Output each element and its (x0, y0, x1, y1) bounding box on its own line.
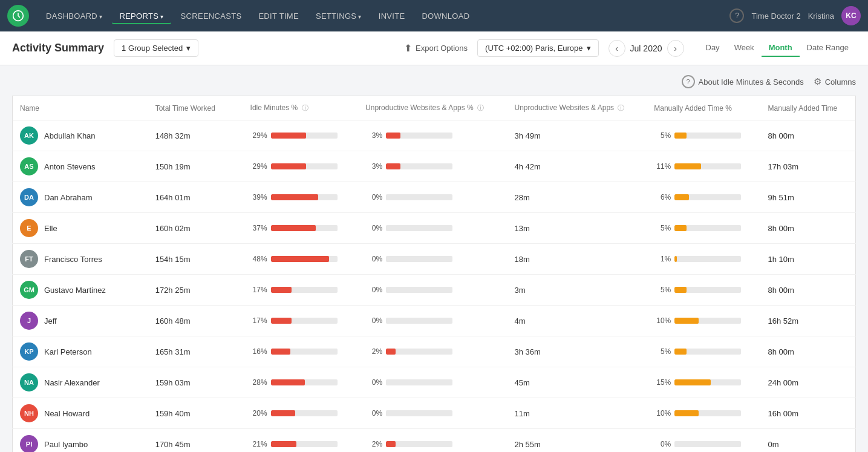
idle-bar-fill (271, 441, 296, 447)
nav-dashboard[interactable]: DASHBOARD (39, 8, 109, 24)
idle-bar-fill (271, 379, 305, 385)
col-header-total: Total Time Worked (148, 96, 243, 120)
mat-bar-track (674, 441, 741, 447)
mat-bar-fill (674, 379, 711, 385)
mat-bar-track (674, 194, 741, 200)
cell-mat-pct: 15% (647, 367, 760, 398)
cell-name[interactable]: AS Anton Stevens (13, 151, 148, 182)
cell-name[interactable]: GM Gustavo Martinez (13, 275, 148, 306)
cell-mat: 17h 03m (761, 151, 856, 182)
app-name: Time Doctor 2 (751, 11, 800, 21)
cell-idle-pct: 29% (243, 151, 359, 182)
idle-bar-track (271, 194, 338, 200)
cell-name[interactable]: KP Karl Peterson (13, 336, 148, 367)
chevron-down-icon: ▾ (587, 44, 591, 53)
user-name-cell: Abdullah Khan (44, 131, 96, 140)
mat-bar-track (674, 163, 741, 169)
tab-date-range[interactable]: Date Range (800, 39, 856, 57)
cell-mat: 16h 52m (761, 306, 856, 336)
mat-bar-fill (674, 287, 687, 293)
tab-week[interactable]: Week (727, 39, 762, 57)
cell-name[interactable]: FT Francisco Torres (13, 244, 148, 275)
nav-edit-time[interactable]: EDIT TIME (251, 8, 306, 24)
user-name-cell: Nasir Alexander (44, 378, 100, 387)
cell-idle-pct: 21% (243, 429, 359, 453)
idle-bar-track (271, 349, 338, 355)
cell-mat: 24h 00m (761, 367, 856, 398)
columns-button[interactable]: ⚙ Columns (814, 76, 856, 87)
idle-bar-fill (271, 287, 292, 293)
cell-unp-apps: 11m (507, 398, 647, 429)
data-table: Name Total Time Worked Idle Minutes % ⓘ … (12, 96, 856, 452)
table-row: GM Gustavo Martinez 172h 25m 17% 0% (13, 275, 856, 306)
next-date-button[interactable]: › (667, 40, 684, 57)
cell-unp-pct: 2% (358, 336, 507, 367)
idle-col-info-icon[interactable]: ⓘ (302, 104, 308, 111)
unp-bar-track (386, 441, 452, 447)
cell-idle-pct: 17% (243, 275, 359, 306)
cell-idle-pct: 20% (243, 398, 359, 429)
table-row: FT Francisco Torres 154h 15m 48% 0% (13, 244, 856, 275)
idle-bar-fill (271, 256, 329, 262)
mat-bar-track (674, 410, 741, 416)
avatar: J (20, 312, 38, 330)
nav-invite[interactable]: INVITE (371, 8, 413, 24)
nav-settings[interactable]: SETTINGS (308, 8, 369, 24)
idle-bar-track (271, 441, 338, 447)
mat-bar-track (674, 349, 741, 355)
cell-unp-pct: 0% (358, 182, 507, 213)
idle-bar-fill (271, 318, 292, 324)
export-button[interactable]: ⬆ Export Options (404, 42, 468, 54)
cell-unp-apps: 3m (507, 275, 647, 306)
cell-unp-pct: 0% (358, 367, 507, 398)
cell-mat-pct: 6% (647, 182, 760, 213)
cell-mat: 8h 00m (761, 275, 856, 306)
cell-name[interactable]: J Jeff (13, 306, 148, 336)
unp-bar-fill (386, 133, 400, 139)
help-icon[interactable]: ? (729, 8, 744, 23)
nav-reports[interactable]: REPORTS (112, 8, 171, 24)
unp-bar-track (386, 194, 452, 200)
user-avatar[interactable]: KC (841, 6, 861, 25)
mat-bar-fill (674, 163, 701, 169)
navbar-right: ? Time Doctor 2 Kristina KC (729, 6, 861, 25)
timezone-label: (UTC +02:00) Paris, Europe (485, 44, 582, 53)
idle-bar-track (271, 163, 338, 169)
cell-name[interactable]: PI Paul Iyambo (13, 429, 148, 453)
cell-name[interactable]: AK Abdullah Khan (13, 120, 148, 151)
idle-info-label: About Idle Minutes & Seconds (699, 77, 804, 87)
group-selector[interactable]: 1 Group Selected ▾ (114, 39, 198, 57)
cell-total-time: 160h 48m (148, 306, 243, 336)
idle-info-button[interactable]: ? About Idle Minutes & Seconds (682, 75, 804, 88)
cell-idle-pct: 29% (243, 120, 359, 151)
mat-bar-fill (674, 133, 687, 139)
cell-idle-pct: 39% (243, 182, 359, 213)
user-name-cell: Elle (44, 224, 57, 233)
mat-bar-track (674, 318, 741, 324)
avatar: GM (20, 281, 38, 299)
cell-unp-pct: 3% (358, 120, 507, 151)
nav-download[interactable]: DOWNLOAD (414, 8, 477, 24)
cell-name[interactable]: E Elle (13, 213, 148, 244)
nav-screencasts[interactable]: SCREENCASTS (174, 8, 249, 24)
table-row: J Jeff 160h 48m 17% 0% 4m (13, 306, 856, 336)
user-name-cell: Gustavo Martinez (44, 286, 106, 295)
timezone-selector[interactable]: (UTC +02:00) Paris, Europe ▾ (477, 39, 598, 57)
cell-name[interactable]: NA Nasir Alexander (13, 367, 148, 398)
unp-bar-fill (386, 441, 396, 447)
user-name-cell: Neal Howard (44, 409, 90, 418)
table-row: KP Karl Peterson 165h 31m 16% 2% (13, 336, 856, 367)
mat-bar-fill (674, 225, 687, 231)
page-title: Activity Summary (12, 42, 104, 54)
tab-month[interactable]: Month (762, 39, 800, 57)
unp-bar-track (386, 163, 452, 169)
prev-date-button[interactable]: ‹ (609, 40, 625, 57)
unp-apps-col-info-icon[interactable]: ⓘ (618, 104, 624, 111)
unp-pct-col-info-icon[interactable]: ⓘ (477, 104, 484, 111)
cell-name[interactable]: DA Dan Abraham (13, 182, 148, 213)
cell-idle-pct: 48% (243, 244, 359, 275)
idle-bar-track (271, 379, 338, 385)
cell-name[interactable]: NH Neal Howard (13, 398, 148, 429)
cell-unp-apps: 4h 42m (507, 151, 647, 182)
tab-day[interactable]: Day (699, 39, 727, 57)
